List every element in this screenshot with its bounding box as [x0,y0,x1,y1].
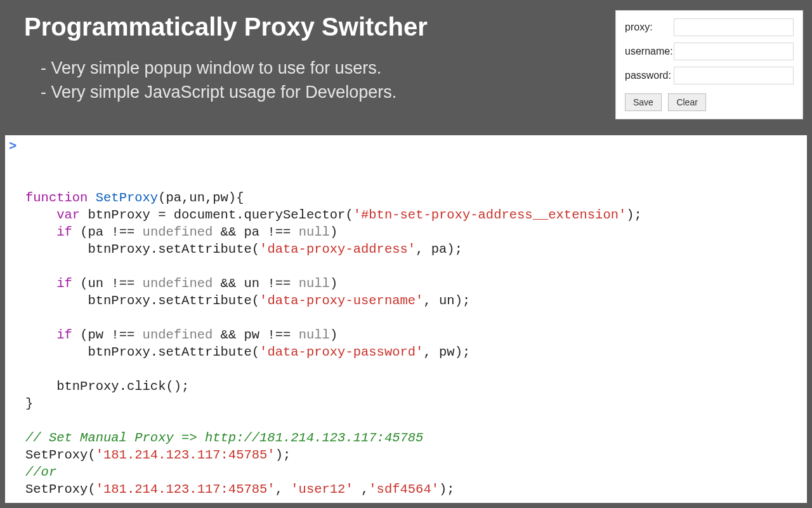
code-content: function SetProxy(pa,un,pw){ var btnProx… [25,189,807,503]
proxy-input[interactable] [674,18,794,36]
password-label: password: [625,70,674,81]
console-prompt-icon: > [9,138,16,155]
username-input[interactable] [674,43,794,60]
code-block: > function SetProxy(pa,un,pw){ var btnPr… [5,135,807,503]
password-input[interactable] [674,67,794,84]
username-label: username: [625,46,674,57]
settings-popup: proxy: username: password: Save Clear [615,10,803,119]
proxy-label: proxy: [625,22,674,33]
save-button[interactable]: Save [625,93,662,111]
clear-button[interactable]: Clear [668,93,705,111]
